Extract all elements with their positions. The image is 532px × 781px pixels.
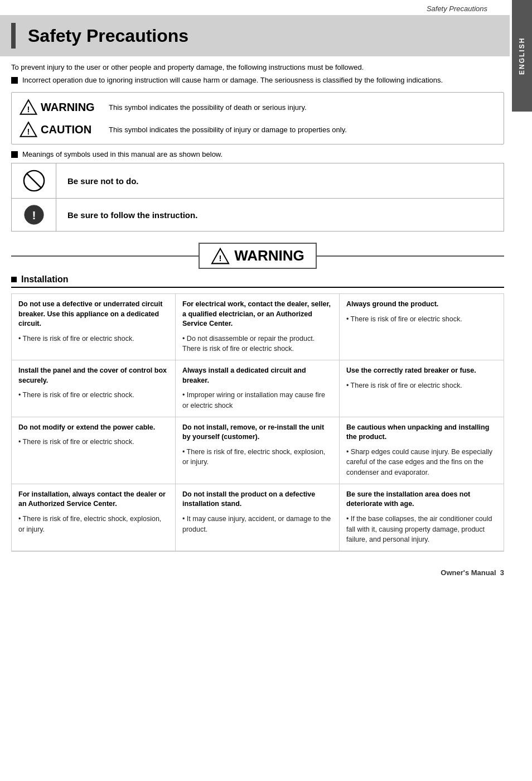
install-cell-9: Be cautious when unpacking and installin… (340, 417, 504, 484)
install-cell-5-body: • Improper wiring or installation may ca… (182, 390, 332, 411)
meanings-section: Meanings of symbols used in this manual … (11, 150, 504, 232)
meanings-row-follow: ! Be sure to follow the instruction. (12, 199, 504, 231)
svg-text:!: ! (32, 209, 36, 221)
install-cell-11-body: • It may cause injury, accident, or dama… (182, 514, 332, 535)
no-do-text: Be sure not to do. (56, 163, 504, 198)
section-title-icon (11, 277, 17, 282)
warning-triangle-icon: ! (20, 98, 37, 116)
intro-bullet: Incorrect operation due to ignoring inst… (11, 76, 504, 84)
install-cell-1-header: Do not use a defective or underrated cir… (18, 300, 168, 329)
symbols-box: ! WARNING This symbol indicates the poss… (11, 92, 504, 144)
footer-page-number: 3 (500, 568, 504, 577)
follow-icon: ! (23, 204, 45, 225)
install-cell-11-header: Do not install the product on a defectiv… (182, 490, 332, 509)
caution-row: ! CAUTION This symbol indicates the poss… (20, 120, 496, 138)
follow-text: Be sure to follow the instruction. (56, 199, 504, 231)
install-cell-8-body: • There is risk of fire, electric shock,… (182, 447, 332, 468)
install-cell-4-body: • There is risk of fire or electric shoc… (18, 390, 168, 401)
install-cell-6-header: Use the correctly rated breaker or fuse. (346, 366, 497, 376)
title-bar: Safety Precautions (0, 15, 510, 56)
page-footer: Owner's Manual 3 (0, 563, 532, 582)
install-cell-11: Do not install the product on a defectiv… (176, 484, 340, 551)
warning-section-header: ! WARNING (11, 243, 504, 269)
install-cell-12: Be sure the installation area does not d… (340, 484, 504, 551)
install-cell-2: For electrical work, contact the dealer,… (176, 294, 340, 360)
meanings-row-no-do: Be sure not to do. (12, 163, 504, 199)
meanings-bullet-icon (11, 151, 18, 158)
warning-section-icon: ! (211, 248, 230, 264)
install-cell-1: Do not use a defective or underrated cir… (12, 294, 176, 360)
install-cell-10: For installation, always contact the dea… (12, 484, 176, 551)
warning-badge: ! WARNING (20, 98, 109, 116)
install-cell-5-header: Always install a dedicated circuit and b… (182, 366, 332, 385)
install-cell-2-body: • Do not disassemble or repair the produ… (182, 334, 332, 355)
footer-label: Owner's Manual (441, 568, 496, 577)
warning-section-label: WARNING (234, 247, 304, 264)
install-cell-7-header: Do not modify or extend the power cable. (18, 423, 168, 433)
page-title: Safety Precautions (22, 26, 188, 46)
warning-row: ! WARNING This symbol indicates the poss… (20, 98, 496, 116)
language-tab: ENGLISH (512, 0, 532, 112)
install-cell-3: Always ground the product. • There is ri… (340, 294, 504, 360)
install-cell-3-body: • There is risk of fire or electric shoc… (346, 314, 497, 325)
warning-label: WARNING (41, 101, 95, 114)
installation-title: Installation (11, 274, 504, 288)
install-cell-12-header: Be sure the installation area does not d… (346, 490, 497, 509)
svg-line-5 (26, 173, 41, 189)
installation-grid: Do not use a defective or underrated cir… (11, 293, 504, 552)
svg-text:!: ! (219, 253, 222, 263)
svg-text:!: ! (27, 105, 30, 114)
caution-label: CAUTION (41, 123, 91, 136)
bullet-square-icon (11, 77, 18, 84)
main-content: To prevent injury to the user or other p… (0, 56, 532, 563)
install-cell-8-header: Do not install, remove, or re-install th… (182, 423, 332, 442)
install-cell-4: Install the panel and the cover of contr… (12, 360, 176, 417)
install-cell-4-header: Install the panel and the cover of contr… (18, 366, 168, 385)
caution-triangle-icon: ! (20, 120, 37, 138)
no-do-icon-cell (12, 163, 56, 198)
meanings-intro-text: Meanings of symbols used in this manual … (22, 150, 223, 158)
title-accent (11, 23, 16, 49)
warning-center-badge: ! WARNING (199, 243, 317, 269)
installation-title-text: Installation (21, 274, 68, 285)
install-cell-6: Use the correctly rated breaker or fuse.… (340, 360, 504, 417)
svg-text:!: ! (27, 127, 30, 136)
no-do-icon (22, 169, 46, 192)
install-cell-7: Do not modify or extend the power cable.… (12, 417, 176, 484)
install-cell-9-header: Be cautious when unpacking and installin… (346, 423, 497, 442)
install-cell-12-body: • If the base collapses, the air conditi… (346, 514, 497, 545)
install-cell-10-body: • There is risk of fire, electric shock,… (18, 514, 168, 535)
warning-description: This symbol indicates the possibility of… (109, 103, 307, 112)
installation-section: Installation Do not use a defective or u… (11, 274, 504, 552)
intro-paragraph: To prevent injury to the user or other p… (11, 63, 504, 71)
install-cell-1-body: • There is risk of fire or electric shoc… (18, 334, 168, 344)
install-cell-6-body: • There is risk of fire or electric shoc… (346, 380, 497, 391)
caution-description: This symbol indicates the possibility of… (109, 126, 347, 134)
intro-bullet-text: Incorrect operation due to ignoring inst… (22, 76, 443, 84)
install-cell-7-body: • There is risk of fire or electric shoc… (18, 437, 168, 447)
meanings-table: Be sure not to do. ! Be sure to follow t… (11, 163, 504, 232)
caution-badge: ! CAUTION (20, 120, 109, 138)
install-cell-9-body: • Sharp edges could cause injury. Be esp… (346, 447, 497, 478)
install-cell-10-header: For installation, always contact the dea… (18, 490, 168, 509)
install-cell-3-header: Always ground the product. (346, 300, 497, 310)
install-cell-2-header: For electrical work, contact the dealer,… (182, 300, 332, 329)
meanings-intro: Meanings of symbols used in this manual … (11, 150, 504, 158)
install-cell-5: Always install a dedicated circuit and b… (176, 360, 340, 417)
page-header: Safety Precautions (0, 0, 532, 15)
follow-icon-cell: ! (12, 199, 56, 231)
install-cell-8: Do not install, remove, or re-install th… (176, 417, 340, 484)
